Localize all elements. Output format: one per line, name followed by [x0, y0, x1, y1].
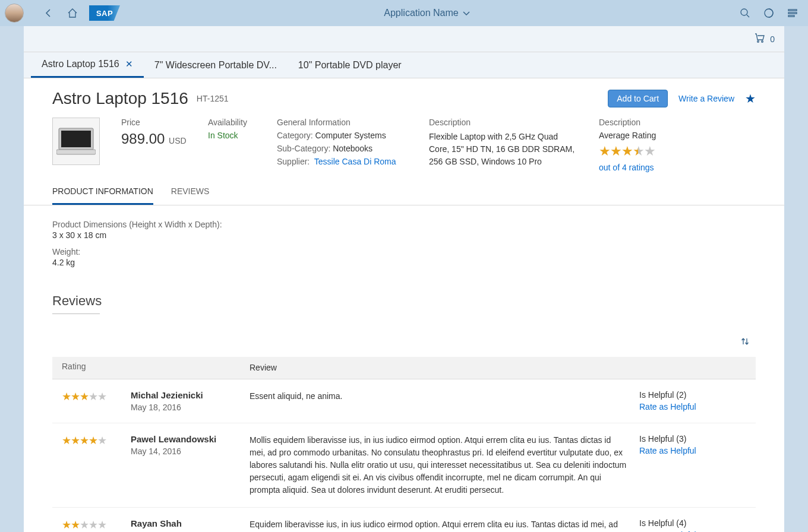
review-stars: ★★★★★: [62, 390, 119, 412]
object-header: Astro Laptop 1516 HT-1251 Add to Cart Wr…: [24, 78, 784, 179]
avg-rating-stars: ★★★★★: [599, 144, 656, 159]
review-stars: ★★★★★: [62, 434, 119, 496]
avg-rating-label: Average Rating: [599, 131, 656, 140]
supplier-row: Supplier: Tessile Casa Di Roma: [277, 157, 408, 166]
general-info-label: General Information: [277, 118, 408, 127]
review-text: Essent aliquid, ne anima.: [250, 390, 639, 412]
notifications-icon[interactable]: [782, 2, 803, 24]
table-row: ★★★★★Michal JezienickiMay 18, 2016Essent…: [52, 379, 756, 423]
review-date: May 18, 2016: [131, 403, 203, 412]
review-text: Equidem liberavisse ius, in ius iudico e…: [250, 518, 639, 532]
page: 0 Astro Laptop 1516✕7" Widescreen Portab…: [24, 26, 784, 532]
description-text: Flexible Laptop with 2,5 GHz Quad Core, …: [429, 131, 577, 168]
table-header: Rating Review: [52, 357, 756, 379]
avatar[interactable]: [5, 4, 24, 23]
svg-rect-8: [61, 131, 91, 147]
page-title: Astro Laptop 1516: [52, 89, 188, 108]
back-icon[interactable]: [38, 2, 59, 24]
svg-rect-9: [56, 150, 96, 154]
svg-rect-2: [788, 10, 797, 11]
svg-rect-3: [788, 12, 797, 14]
review-date: May 14, 2016: [131, 446, 216, 456]
review-stars: ★★★★★: [62, 518, 119, 532]
cart-bar: 0: [24, 26, 784, 52]
copilot-icon[interactable]: [758, 2, 779, 24]
table-row: ★★★★★Rayan ShahMay 10, 2016Equidem liber…: [52, 508, 756, 532]
product-tab[interactable]: 10" Portable DVD player: [288, 52, 412, 78]
favorite-icon[interactable]: ★: [745, 91, 756, 106]
review-text: Mollis equidem liberavisse ius, in ius i…: [250, 434, 639, 496]
sort-icon[interactable]: [734, 331, 756, 352]
table-row: ★★★★★Pawel LewandowskiMay 14, 2016Mollis…: [52, 423, 756, 508]
product-image: [52, 118, 100, 165]
svg-point-0: [741, 9, 747, 15]
description-label-2: Description: [599, 118, 656, 127]
add-to-cart-button[interactable]: Add to Cart: [608, 90, 668, 107]
helpful-count: Is Helpful (4): [639, 518, 746, 528]
col-rating-header: Rating: [62, 362, 250, 374]
info-tab[interactable]: PRODUCT INFORMATION: [52, 179, 153, 205]
product-tabs: Astro Laptop 1516✕7" Widescreen Portable…: [24, 52, 784, 78]
availability-label: Availability: [208, 118, 255, 127]
info-tabs: PRODUCT INFORMATIONREVIEWS: [24, 179, 784, 205]
search-icon[interactable]: [734, 2, 756, 24]
rate-helpful-link[interactable]: Rate as Helpful: [639, 402, 746, 411]
product-tab[interactable]: 7" Widescreen Portable DV...: [144, 52, 288, 78]
close-icon[interactable]: ✕: [125, 59, 133, 69]
write-review-link[interactable]: Write a Review: [678, 94, 734, 103]
app-title[interactable]: Application Name: [120, 8, 734, 18]
reviews-table: Rating Review ★★★★★Michal JezienickiMay …: [52, 357, 756, 532]
weight-label: Weight:: [52, 247, 756, 256]
price-value: 989.00 USD: [121, 131, 187, 147]
sap-logo: SAP: [89, 5, 120, 21]
reviewer-name: Rayan Shah: [131, 518, 182, 528]
supplier-link[interactable]: Tessile Casa Di Roma: [314, 157, 396, 166]
reviews-heading: Reviews: [24, 279, 784, 314]
cart-count: 0: [770, 34, 775, 44]
chevron-down-icon: [462, 9, 471, 17]
svg-point-5: [758, 41, 759, 43]
svg-rect-4: [788, 15, 794, 17]
reviewer-name: Michal Jezienicki: [131, 390, 203, 400]
subcategory-row: Sub-Category: Notebooks: [277, 144, 408, 153]
rate-helpful-link[interactable]: Rate as Helpful: [639, 446, 746, 455]
ratings-count-link[interactable]: out of 4 ratings: [599, 163, 656, 172]
home-icon[interactable]: [62, 2, 83, 24]
shell-header: SAP Application Name: [0, 0, 808, 26]
product-tab[interactable]: Astro Laptop 1516✕: [31, 52, 144, 78]
category-row: Category: Computer Systems: [277, 131, 408, 140]
reviewer-name: Pawel Lewandowski: [131, 434, 216, 444]
helpful-count: Is Helpful (2): [639, 390, 746, 400]
product-info-section: Product Dimensions (Height x Width x Dep…: [24, 205, 784, 279]
dimensions-label: Product Dimensions (Height x Width x Dep…: [52, 220, 756, 229]
info-tab[interactable]: REVIEWS: [171, 179, 210, 205]
dimensions-value: 3 x 30 x 18 cm: [52, 230, 756, 240]
weight-value: 4.2 kg: [52, 258, 756, 267]
description-label: Description: [429, 118, 577, 127]
helpful-count: Is Helpful (3): [639, 434, 746, 444]
availability-value: In Stock: [208, 131, 255, 140]
price-label: Price: [121, 118, 187, 127]
reviews-toolbar: [24, 326, 784, 357]
product-id: HT-1251: [197, 94, 229, 103]
col-review-header: Review: [250, 362, 639, 374]
svg-point-6: [762, 41, 763, 43]
cart-icon[interactable]: [755, 33, 765, 45]
